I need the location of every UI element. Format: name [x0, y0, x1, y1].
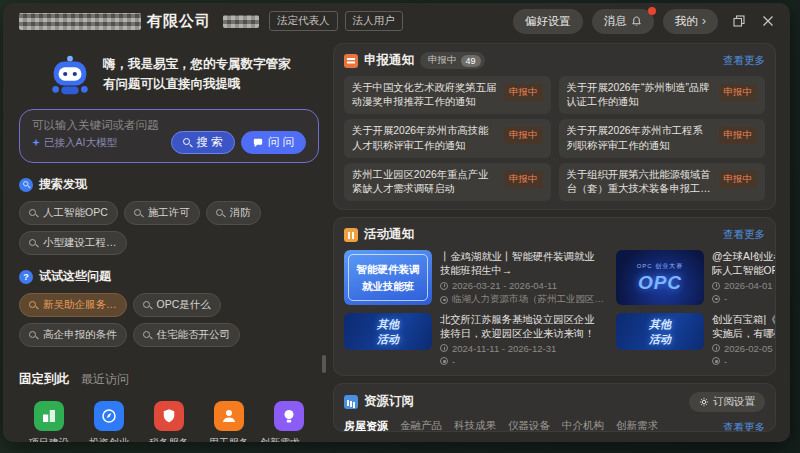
tab-pinned-here[interactable]: 固定到此: [19, 371, 69, 388]
sparkle-icon: [32, 139, 40, 147]
search-button[interactable]: 搜 索: [171, 131, 235, 154]
building-icon: [34, 401, 64, 431]
notice-item[interactable]: 关于开展2026年苏州市高技能人才职称评审工作的通知申报中: [344, 119, 551, 157]
resources-view-more-link[interactable]: 查看更多: [723, 421, 765, 432]
mine-label: 我的: [675, 14, 698, 29]
assistant-search-input[interactable]: [32, 119, 306, 131]
activity-thumbnail: OPC 创业大赛 OPC: [616, 250, 704, 305]
activity-card[interactable]: 其他活动 创业百宝箱|《新增值税法实施后，有哪些新变化值得关注》 2026-02…: [616, 313, 776, 367]
activity-card[interactable]: 智能硬件装调就业技能班 丨金鸡湖就业丨智能硬件装调就业技能班招生中→ 2026-…: [344, 250, 604, 306]
search-icon: [29, 239, 38, 248]
question-chip[interactable]: 高企申报的条件: [19, 323, 127, 347]
activity-notices-section: 活动通知 查看更多 智能硬件装调就业技能班 丨金鸡湖就业丨智能硬件装调就业技能班…: [333, 217, 776, 376]
question-chip[interactable]: OPC是什么: [133, 293, 221, 317]
bell-icon: [631, 16, 642, 27]
activity-thumbnail: 其他活动: [616, 313, 704, 350]
clock-icon: [440, 344, 448, 352]
notice-item[interactable]: 关于开展2026年“苏州制造”品牌认证工作的通知申报中: [559, 76, 766, 114]
gear-icon: [699, 397, 709, 407]
clock-icon: [712, 344, 720, 352]
mine-button[interactable]: 我的›: [663, 9, 718, 34]
app-item-project-construction[interactable]: 项目建设: [19, 401, 79, 442]
location-icon: [712, 295, 720, 303]
close-icon[interactable]: [760, 13, 776, 29]
location-icon: [712, 357, 720, 365]
ai-model-note: 已接入AI大模型: [32, 136, 117, 150]
activity-location: -: [712, 293, 776, 304]
app-item-innovation-demand[interactable]: 创新需求服务: [259, 401, 319, 442]
activity-date: 2026-04-01 - 2026-07-31: [712, 280, 776, 291]
scrollbar-thumb[interactable]: [322, 355, 326, 373]
resource-tab-innovation-demand[interactable]: 创新需求: [616, 419, 658, 432]
search-icon: [216, 209, 225, 218]
declaration-notices-title: 申报通知: [364, 52, 414, 69]
resource-subscription-title: 资源订阅: [364, 393, 414, 410]
search-icon: [134, 209, 143, 218]
censored-user-name: [223, 15, 259, 28]
activity-card[interactable]: OPC 创业大赛 OPC @全球AI创业者，2026国际人工智能OPC创业大赛报…: [616, 250, 776, 306]
messages-button[interactable]: 消息: [592, 9, 654, 34]
preferences-label: 偏好设置: [525, 14, 571, 29]
resource-tab-instruments[interactable]: 仪器设备: [508, 419, 550, 432]
activity-thumbnail: 智能硬件装调就业技能班: [344, 250, 432, 305]
chart-icon: [344, 395, 358, 409]
shield-icon: [154, 401, 184, 431]
person-icon: [214, 401, 244, 431]
notice-item[interactable]: 关于开展2026年苏州市工程系列职称评审工作的通知申报中: [559, 119, 766, 157]
activity-notices-title: 活动通知: [364, 226, 414, 243]
search-discovery-header: 搜索发现: [19, 176, 319, 193]
question-chip[interactable]: 新吴助企服务…: [19, 293, 127, 317]
status-badge: 申报中: [719, 127, 758, 144]
restore-window-icon[interactable]: [731, 13, 747, 29]
calendar-icon: [344, 228, 358, 242]
assistant-greeting: 嗨，我是易宝，您的专属数字管家 有问题可以直接向我提哦: [103, 54, 291, 94]
assistant-search-card: 已接入AI大模型 搜 索 问 问: [19, 109, 319, 163]
search-icon: [143, 301, 152, 310]
right-panel: 申报通知 申报中49 查看更多 关于中国文化艺术政府奖第五届动漫奖申报推荐工作的…: [333, 43, 776, 432]
discovery-icon: [19, 178, 33, 192]
activity-location: -: [440, 356, 604, 367]
notice-item[interactable]: 关于中国文化艺术政府奖第五届动漫奖申报推荐工作的通知申报中: [344, 76, 551, 114]
search-icon: [183, 138, 192, 147]
discover-tag[interactable]: 消防: [206, 201, 261, 225]
notice-item[interactable]: 苏州工业园区2026年重点产业紧缺人才需求调研启动申报中: [344, 163, 551, 201]
subscription-settings-button[interactable]: 订阅设置: [689, 392, 765, 412]
status-badge: 申报中: [504, 171, 543, 188]
activity-thumbnail: 其他活动: [344, 313, 432, 350]
censored-company-name: [19, 13, 141, 30]
activity-date: 2026-02-05 - 2026-02-05: [712, 343, 776, 354]
resource-tab-housing[interactable]: 房屋资源: [344, 419, 388, 432]
tab-recently-visited[interactable]: 最近访问: [81, 371, 129, 388]
status-badge: 申报中: [719, 171, 758, 188]
preferences-button[interactable]: 偏好设置: [513, 9, 583, 34]
activity-date: 2024-11-11 - 2026-12-31: [440, 343, 604, 354]
discover-tag[interactable]: 施工许可: [124, 201, 200, 225]
lightbulb-icon: [274, 401, 304, 431]
notice-item[interactable]: 关于组织开展第六批能源领域首台（套）重大技术装备申报工作的通知申报中: [559, 163, 766, 201]
resource-tab-intermediaries[interactable]: 中介机构: [562, 419, 604, 432]
clock-icon: [440, 282, 448, 290]
messages-label: 消息: [604, 14, 627, 29]
app-item-investment-startup[interactable]: 投资创业: [79, 401, 139, 442]
assistant-avatar: [47, 51, 93, 97]
role-tag-legal-representative: 法定代表人: [269, 11, 338, 31]
discover-tag[interactable]: 小型建设工程…: [19, 231, 127, 255]
declare-view-more-link[interactable]: 查看更多: [723, 54, 765, 68]
activity-card[interactable]: 其他活动 北交所江苏服务基地设立园区企业接待日，欢迎园区企业来访来询！ 2024…: [344, 313, 604, 367]
greeting-line1: 嗨，我是易宝，您的专属数字管家: [103, 54, 291, 74]
search-icon: [29, 209, 38, 218]
activities-view-more-link[interactable]: 查看更多: [723, 228, 765, 242]
question-chip[interactable]: 住宅能否开公司: [133, 323, 241, 347]
activity-date: 2026-03-21 - 2026-04-11: [440, 280, 604, 291]
declaring-count-badge: 申报中49: [420, 52, 485, 69]
declaration-notices-section: 申报通知 申报中49 查看更多 关于中国文化艺术政府奖第五届动漫奖申报推荐工作的…: [333, 43, 776, 210]
topbar: 有限公司 法定代表人 法人用户 偏好设置 消息 我的›: [3, 3, 790, 39]
app-item-employment-service[interactable]: 用工服务: [199, 401, 259, 442]
app-item-tax-service[interactable]: 税务服务: [139, 401, 199, 442]
resource-tab-tech-achievements[interactable]: 科技成果: [454, 419, 496, 432]
resource-tab-finance[interactable]: 金融产品: [400, 419, 442, 432]
role-tag-corporate-user: 法人用户: [345, 11, 403, 31]
discover-tag[interactable]: 人工智能OPC: [19, 201, 118, 225]
status-badge: 申报中: [504, 127, 543, 144]
ask-button[interactable]: 问 问: [241, 131, 306, 154]
